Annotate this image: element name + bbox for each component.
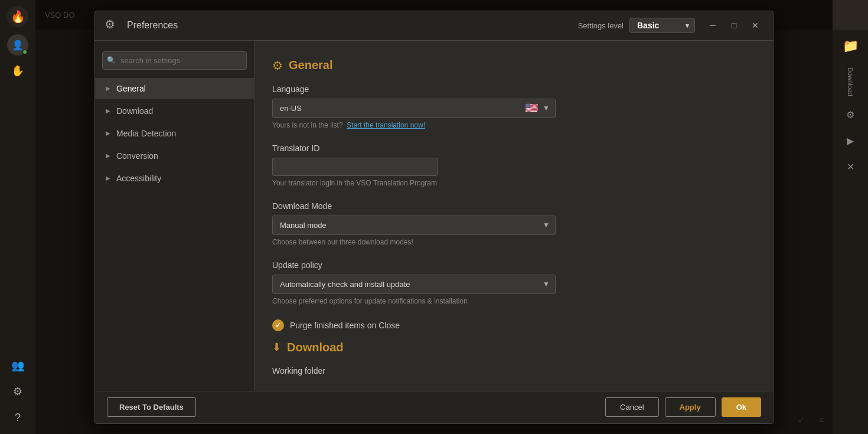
update-policy-hint: Choose preferred options for update noti…: [272, 297, 755, 305]
purge-checkbox-row: ✓ Purge finished items on Close: [272, 319, 755, 331]
search-box-container: 🔍: [102, 51, 247, 70]
language-label: Language: [272, 84, 755, 94]
download-section-header: ⬇ Download: [272, 341, 755, 354]
translator-id-hint: Your translator login in the VSO Transla…: [272, 179, 755, 187]
cancel-button[interactable]: Cancel: [605, 397, 658, 417]
close-small-icon[interactable]: ✕: [840, 156, 861, 178]
download-mode-label: Download Mode: [272, 201, 755, 211]
help-icon[interactable]: ?: [7, 407, 28, 428]
update-policy-select-wrapper: Automatically check and install update C…: [272, 275, 556, 294]
settings-content: ⚙ General Language en-US fr-FR de-DE es-…: [254, 41, 773, 391]
reset-defaults-button[interactable]: Reset To Defaults: [107, 397, 196, 417]
nav-arrow-download: ▶: [106, 107, 110, 114]
close-button[interactable]: ✕: [747, 17, 763, 34]
download-label: Download: [847, 67, 854, 96]
language-select[interactable]: en-US fr-FR de-DE es-ES: [272, 99, 556, 118]
settings-nav: 🔍 ▶ General ▶ Download ▶ Media D: [95, 41, 254, 391]
minimize-button[interactable]: ─: [704, 17, 721, 34]
right-panel: 📁 Download ⚙ ▶ ✕: [833, 30, 868, 434]
flag-icon: 🇺🇸: [525, 102, 538, 115]
nav-label-media: Media Detection: [116, 129, 176, 138]
working-folder-group: Working folder: [272, 366, 755, 376]
play-icon[interactable]: ▶: [840, 130, 861, 152]
app-logo: 🔥: [7, 6, 28, 27]
general-section-icon: ⚙: [272, 58, 283, 73]
hand-icon[interactable]: ✋: [7, 60, 28, 81]
update-policy-label: Update policy: [272, 260, 755, 270]
nav-label-general: General: [116, 84, 146, 93]
nav-arrow-conversion: ▶: [106, 152, 110, 159]
dialog-footer: Reset To Defaults Cancel Apply Ok: [95, 391, 773, 423]
dialog-title: Preferences: [127, 20, 578, 31]
preferences-dialog: ⚙ Preferences Settings level Basic Advan…: [94, 11, 774, 424]
apply-button[interactable]: Apply: [665, 397, 716, 417]
dialog-titlebar: ⚙ Preferences Settings level Basic Advan…: [95, 11, 773, 41]
sliders-icon[interactable]: ⚙: [840, 105, 861, 126]
ok-button[interactable]: Ok: [722, 397, 761, 417]
settings-level-wrapper: Basic Advanced Expert ▼: [629, 18, 695, 33]
modal-overlay: ⚙ Preferences Settings level Basic Advan…: [35, 0, 833, 434]
download-section-icon: ⬇: [272, 341, 281, 354]
nav-arrow-media: ▶: [106, 130, 110, 136]
language-select-wrapper: en-US fr-FR de-DE es-ES 🇺🇸 ▼: [272, 99, 556, 118]
nav-label-download: Download: [116, 106, 153, 116]
sidebar-item-media-detection[interactable]: ▶ Media Detection: [95, 123, 254, 144]
settings-level-label: Settings level: [578, 21, 624, 30]
translator-id-label: Translator ID: [272, 143, 755, 153]
search-icon: 🔍: [107, 56, 116, 64]
nav-label-accessibility: Accessibility: [116, 174, 161, 183]
window-controls: ─ □ ✕: [704, 17, 763, 34]
gear-icon[interactable]: ⚙: [7, 381, 28, 402]
update-policy-select[interactable]: Automatically check and install update C…: [272, 275, 556, 294]
sidebar-item-download[interactable]: ▶ Download: [95, 100, 254, 122]
download-mode-select[interactable]: Manual mode Automatic mode Semi-automati…: [272, 216, 556, 235]
maximize-button[interactable]: □: [726, 17, 742, 34]
nav-arrow-general: ▶: [106, 85, 110, 92]
checkbox-check-icon: ✓: [275, 321, 281, 329]
sidebar-item-conversion[interactable]: ▶ Conversion: [95, 145, 254, 167]
download-mode-hint: Choose between our three download modes!: [272, 238, 755, 246]
app-background: 🔥 👤 ✋ 👥 ⚙ ? VSO DO 📁 Download ⚙ ▶ ✕ ⚙: [0, 0, 868, 434]
translation-link[interactable]: Start the translation now!: [347, 121, 425, 129]
nav-label-conversion: Conversion: [116, 151, 158, 161]
download-section-title: Download: [287, 341, 344, 354]
download-mode-select-wrapper: Manual mode Automatic mode Semi-automati…: [272, 216, 556, 235]
purge-label: Purge finished items on Close: [290, 321, 400, 330]
language-hint: Yours is not in the list? Start the tran…: [272, 121, 755, 129]
sidebar-item-general[interactable]: ▶ General: [95, 78, 254, 99]
avatar-icon[interactable]: 👤: [7, 34, 28, 56]
left-sidebar: 🔥 👤 ✋ 👥 ⚙ ?: [0, 0, 35, 434]
sidebar-item-accessibility[interactable]: ▶ Accessibility: [95, 168, 254, 189]
purge-checkbox[interactable]: ✓: [272, 319, 284, 331]
search-box-wrapper: 🔍: [95, 48, 254, 77]
translator-id-group: Translator ID Your translator login in t…: [272, 143, 755, 187]
general-section-title: General: [289, 58, 332, 72]
search-input[interactable]: [102, 51, 247, 70]
language-hint-text: Yours is not in the list?: [272, 121, 343, 129]
download-mode-group: Download Mode Manual mode Automatic mode…: [272, 201, 755, 246]
update-policy-group: Update policy Automatically check and in…: [272, 260, 755, 305]
footer-right-buttons: Cancel Apply Ok: [605, 397, 761, 417]
settings-level-dropdown[interactable]: Basic Advanced Expert: [629, 18, 695, 33]
dialog-body: 🔍 ▶ General ▶ Download ▶ Media D: [95, 41, 773, 391]
status-dot: [22, 50, 27, 54]
general-section-header: ⚙ General: [272, 58, 755, 73]
preferences-gear-icon: ⚙: [105, 17, 121, 34]
translator-id-input[interactable]: [272, 158, 438, 176]
language-group: Language en-US fr-FR de-DE es-ES 🇺🇸 ▼: [272, 84, 755, 129]
group-icon[interactable]: 👥: [7, 355, 28, 376]
folder-icon[interactable]: 📁: [840, 35, 861, 57]
nav-arrow-accessibility: ▶: [106, 175, 110, 181]
working-folder-label: Working folder: [272, 366, 755, 376]
